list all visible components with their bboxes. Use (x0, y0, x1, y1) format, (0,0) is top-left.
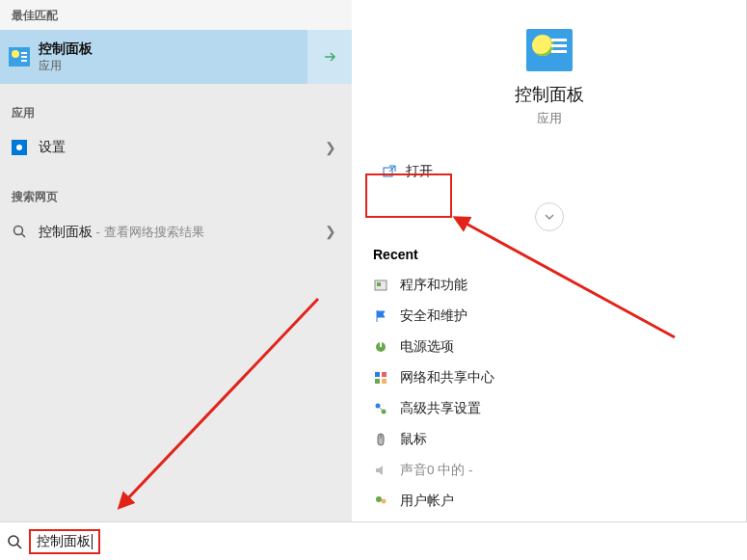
open-icon (383, 165, 396, 178)
search-input[interactable]: 控制面板 (29, 529, 100, 554)
search-input-value: 控制面板 (37, 533, 91, 550)
svg-rect-4 (21, 60, 27, 62)
apps-item-settings[interactable]: 设置 ❯ (0, 127, 352, 168)
svg-point-1 (12, 50, 19, 58)
svg-rect-11 (377, 282, 381, 286)
recent-item-label: 鼠标 (400, 431, 427, 448)
svg-rect-16 (375, 379, 380, 384)
svg-line-20 (379, 407, 383, 411)
svg-rect-13 (380, 342, 382, 347)
web-header: 搜索网页 (0, 181, 352, 211)
svg-rect-15 (382, 372, 387, 377)
expand-result-button[interactable] (307, 30, 352, 84)
apps-item-label: 设置 (39, 139, 66, 156)
search-bar: 控制面板 (0, 521, 747, 560)
recent-item-label: 网络和共享中心 (400, 369, 494, 387)
recent-item-label: 程序和功能 (400, 277, 467, 294)
svg-rect-3 (21, 56, 27, 58)
mouse-icon (373, 432, 388, 447)
recent-item-label: 高级共享设置 (400, 400, 481, 417)
users-icon (373, 493, 388, 509)
open-button[interactable]: 打开 (369, 154, 446, 189)
search-icon (0, 534, 29, 549)
recent-item-sound[interactable]: 声音0 中的 - (352, 455, 746, 486)
web-item-sub: - 查看网络搜索结果 (93, 225, 204, 239)
svg-point-23 (376, 496, 382, 502)
network-icon (373, 370, 388, 386)
svg-rect-9 (384, 168, 392, 176)
left-results-panel: 最佳匹配 控制面板 应用 应用 设置 ❯ 搜索网页 控制面板 - 查看网络搜索结… (0, 0, 352, 521)
svg-rect-2 (21, 52, 27, 54)
recent-item-label: 用户帐户 (400, 493, 454, 510)
recent-item-user-accounts[interactable]: 用户帐户 (352, 486, 746, 517)
search-icon (12, 224, 27, 239)
svg-point-24 (382, 499, 387, 504)
svg-rect-14 (375, 372, 380, 377)
best-match-item[interactable]: 控制面板 应用 (0, 30, 352, 84)
recent-item-label: 电源选项 (400, 338, 454, 356)
apps-header: 应用 (0, 97, 352, 127)
recent-item-label: 声音0 中的 - (400, 462, 473, 479)
control-panel-large-icon (526, 29, 573, 71)
flag-icon (373, 308, 388, 324)
preview-title: 控制面板 (352, 83, 746, 106)
best-match-subtitle: 应用 (39, 58, 307, 74)
svg-point-7 (14, 227, 23, 235)
web-item-label: 控制面板 (39, 224, 93, 239)
power-icon (373, 339, 388, 355)
recent-item-mouse[interactable]: 鼠标 (352, 424, 746, 455)
chevron-right-icon: ❯ (325, 224, 336, 239)
recent-item-network[interactable]: 网络和共享中心 (352, 362, 746, 393)
best-match-header: 最佳匹配 (0, 0, 352, 30)
open-button-label: 打开 (406, 163, 433, 180)
chevron-down-icon (544, 211, 555, 223)
svg-point-25 (9, 536, 18, 546)
chevron-right-icon: ❯ (325, 140, 336, 155)
recent-header: Recent (352, 247, 746, 270)
share-icon (373, 401, 388, 416)
recent-item-security[interactable]: 安全和维护 (352, 301, 746, 332)
svg-rect-17 (382, 379, 387, 384)
recent-item-power[interactable]: 电源选项 (352, 332, 746, 362)
svg-line-26 (17, 545, 21, 548)
recent-item-programs[interactable]: 程序和功能 (352, 270, 746, 301)
best-match-title: 控制面板 (39, 40, 307, 58)
recent-item-sharing[interactable]: 高级共享设置 (352, 393, 746, 424)
speaker-icon (373, 463, 388, 478)
svg-line-8 (22, 234, 26, 238)
programs-icon (373, 278, 388, 293)
right-preview-panel: 控制面板 应用 打开 Recent 程序和功能 安全和维护 电源选项 网络和共享… (352, 0, 747, 521)
preview-subtitle: 应用 (352, 110, 746, 127)
settings-icon (12, 140, 27, 155)
arrow-right-icon (322, 49, 337, 65)
control-panel-icon (0, 47, 39, 67)
web-search-item[interactable]: 控制面板 - 查看网络搜索结果 ❯ (0, 211, 352, 252)
svg-point-6 (16, 145, 22, 150)
recent-item-label: 安全和维护 (400, 307, 467, 325)
text-caret (92, 534, 93, 549)
collapse-toggle[interactable] (535, 202, 564, 231)
